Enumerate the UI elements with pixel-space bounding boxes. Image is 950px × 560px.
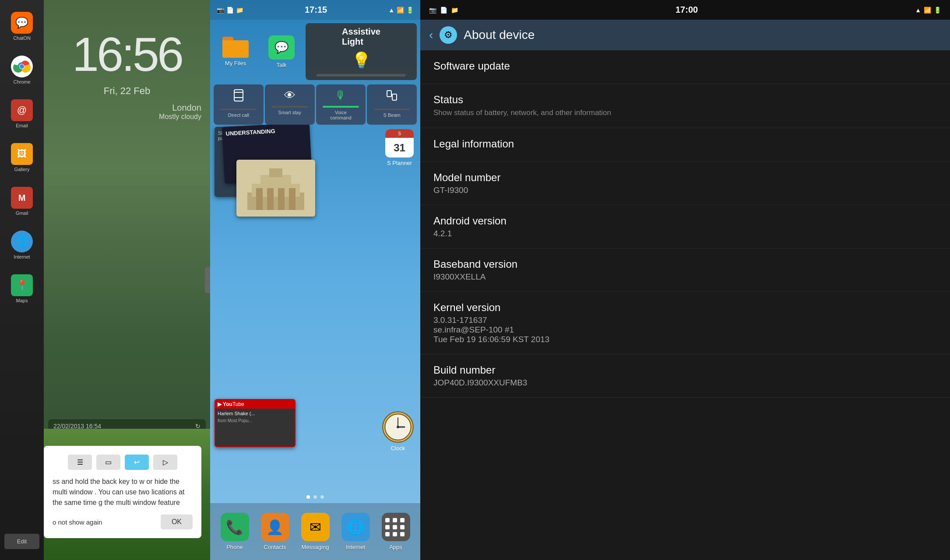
- lock-screen: 16:56 Fri, 22 Feb London Mostly cloudy 2…: [44, 0, 210, 560]
- sidebar: 💬 ChatON Chrome @ Email: [0, 0, 44, 560]
- sidebar-item-chrome[interactable]: Chrome: [7, 50, 37, 90]
- panel1-launcher: 💬 ChatON Chrome @ Email: [0, 0, 210, 560]
- messaging-label: Messaging: [302, 544, 329, 550]
- baseband-version-title: Baseband version: [433, 258, 937, 270]
- home-status-bar: 📷 📄 📁 17:15 ▲ 📶 🔋: [210, 0, 420, 20]
- status-title: Status: [433, 94, 937, 106]
- dot-1: [306, 495, 310, 499]
- software-update-item[interactable]: Software update: [420, 50, 950, 84]
- gmail-icon: M: [11, 187, 33, 209]
- svg-rect-19: [256, 188, 263, 210]
- multiwindow-nav: ☰ ▭ ↩ ▷: [53, 455, 193, 470]
- dock-internet-icon: 🌐: [341, 513, 370, 541]
- sbeam-icon: [385, 89, 398, 105]
- dock-messaging[interactable]: ✉ Messaging: [301, 513, 330, 550]
- gallery-label: Gallery: [14, 167, 30, 172]
- no-show-label: o not show again: [53, 518, 102, 526]
- svg-rect-21: [278, 188, 285, 210]
- clock-widget[interactable]: Clock: [382, 411, 414, 452]
- contacts-icon: 👤: [261, 513, 289, 541]
- voice-command-btn[interactable]: 🎙 Voicecommand: [316, 84, 366, 125]
- nav-recent-btn[interactable]: ↩: [125, 455, 149, 470]
- sidebar-item-maps[interactable]: 📍 Maps: [7, 269, 37, 308]
- model-number-title: Model number: [433, 172, 937, 184]
- my-files-widget[interactable]: My Files: [214, 23, 257, 80]
- assistive-light-widget[interactable]: AssistiveLight 💡: [306, 23, 417, 80]
- panel2-homescreen: 📷 📄 📁 17:15 ▲ 📶 🔋 My Files 💬 Talk Assi: [210, 0, 420, 560]
- svg-rect-7: [387, 91, 391, 97]
- direct-call-btn[interactable]: Direct call: [214, 84, 264, 125]
- back-button[interactable]: ‹: [429, 28, 433, 42]
- lock-location: London Mostly cloudy: [159, 103, 201, 121]
- build-number-item: Build number JOP40D.I9300XXUFMB3: [420, 354, 950, 398]
- sbeam-btn[interactable]: S Beam: [367, 84, 417, 125]
- about-file-icon: 📁: [451, 7, 458, 14]
- phone-icon: 📞: [221, 513, 249, 541]
- svg-rect-8: [392, 94, 397, 100]
- internet-label: Internet: [14, 254, 30, 259]
- sidebar-handle[interactable]: [205, 267, 210, 293]
- email-icon: @: [11, 99, 33, 121]
- direct-call-icon: [232, 89, 245, 105]
- splanner-icon: S 31: [385, 129, 414, 158]
- talk-icon: 💬: [268, 35, 295, 60]
- signal-icon: 📶: [397, 7, 404, 14]
- sidebar-item-gallery[interactable]: 🖼 Gallery: [7, 138, 37, 177]
- gear-icon: ⚙: [440, 26, 457, 44]
- edit-button[interactable]: Edit: [4, 534, 39, 549]
- clock-face: [382, 411, 414, 443]
- clock-label: Clock: [391, 445, 405, 452]
- dock-internet[interactable]: 🌐 Internet: [341, 513, 370, 550]
- chrome-label: Chrome: [13, 79, 30, 84]
- smart-stay-btn[interactable]: 👁 Smart stay: [265, 84, 315, 125]
- status-item[interactable]: Status Show status of battery, network, …: [420, 84, 950, 128]
- gallery-icon: 🖼: [11, 143, 33, 165]
- dock-internet-label: Internet: [346, 544, 365, 550]
- build-number-value: JOP40D.I9300XXUFMB3: [433, 378, 937, 388]
- smart-stay-label: Smart stay: [278, 110, 301, 115]
- multiwindow-footer: o not show again OK: [53, 514, 193, 529]
- android-version-item: Android version 4.2.1: [420, 205, 950, 248]
- splanner-widget[interactable]: S 31 S Planner: [385, 129, 414, 166]
- chaton-label: ChatON: [13, 35, 31, 41]
- about-header: ‹ ⚙ About device: [420, 20, 950, 50]
- about-list: Software update Status Show status of ba…: [420, 50, 950, 560]
- nav-menu-btn[interactable]: ▷: [153, 455, 177, 470]
- about-status-right: ▲ 📶 🔋: [915, 7, 941, 14]
- about-wifi-icon: ▲: [915, 7, 921, 14]
- direct-call-label: Direct call: [228, 112, 249, 118]
- assistive-light-icon: 💡: [352, 51, 371, 70]
- internet-icon: 🌐: [11, 231, 33, 252]
- sidebar-item-internet[interactable]: 🌐 Internet: [7, 225, 37, 265]
- dock-apps[interactable]: Apps: [382, 513, 410, 550]
- svg-point-13: [397, 426, 399, 428]
- sidebar-item-gmail[interactable]: M Gmail: [7, 182, 37, 221]
- assistive-light-title: AssistiveLight: [342, 27, 380, 47]
- dock-contacts[interactable]: 👤 Contacts: [261, 513, 289, 550]
- legal-info-item[interactable]: Legal information: [420, 128, 950, 162]
- folder-icon: [222, 37, 249, 58]
- assistive-light-bar: [317, 74, 405, 77]
- smart-stay-icon: 👁: [284, 89, 296, 102]
- sidebar-item-email[interactable]: @ Email: [7, 94, 37, 133]
- dock-phone[interactable]: 📞 Phone: [221, 513, 249, 550]
- nav-back-btn[interactable]: ☰: [68, 455, 92, 470]
- thumb-museum[interactable]: [236, 160, 315, 217]
- talk-widget[interactable]: 💬 Talk: [260, 23, 303, 80]
- voice-command-icon: 🎙: [335, 89, 346, 102]
- voice-command-label: Voicecommand: [330, 110, 351, 120]
- wifi-icon: ▲: [388, 7, 394, 14]
- about-status-left: 📷 📄 📁: [429, 7, 458, 14]
- phone-label: Phone: [226, 544, 243, 550]
- sidebar-item-chaton[interactable]: 💬 ChatON: [7, 7, 37, 46]
- thumb-youtube[interactable]: ▶ YouTube Harlem Shake (... from Most Po…: [215, 399, 296, 447]
- android-version-title: Android version: [433, 215, 937, 227]
- android-version-value: 4.2.1: [433, 229, 937, 238]
- model-number-item: Model number GT-I9300: [420, 162, 950, 205]
- nav-home-btn[interactable]: ▭: [96, 455, 120, 470]
- home-status-time: 17:15: [305, 5, 327, 15]
- maps-label: Maps: [16, 298, 28, 303]
- svg-rect-22: [289, 188, 296, 210]
- ok-button[interactable]: OK: [161, 514, 193, 529]
- about-battery-icon: 🔋: [934, 7, 941, 14]
